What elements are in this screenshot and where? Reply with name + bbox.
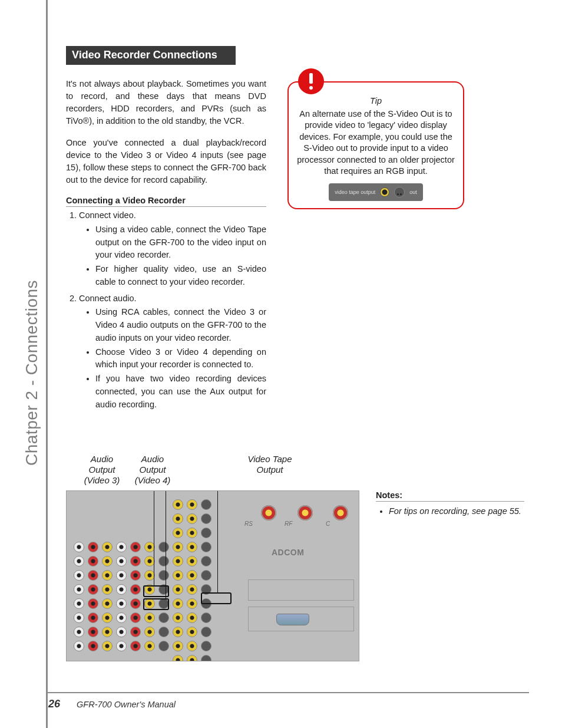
panel-outline (248, 579, 354, 601)
body-column: It's not always about playback. Sometime… (66, 78, 266, 414)
notes-column: Notes: For tips on recording, see page 5… (376, 490, 524, 517)
page-footer: 26 GFR-700 Owner's Manual (46, 692, 529, 710)
manual-page: Chatper 2 - Connections Video Recorder C… (0, 0, 562, 728)
callout-audio-out-v4: Audio Output (Video 4) (130, 454, 176, 486)
step-1: Connect video. Using a video cable, conn… (79, 209, 266, 289)
step-1-label: Connect video. (79, 210, 136, 220)
chapter-side-tab: Chatper 2 - Connections (22, 280, 41, 466)
step-1-bullet: Using a video cable, connect the Video T… (95, 223, 266, 262)
section-title: Video Recorder Connections (66, 46, 236, 65)
step-2: Connect audio. Using RCA cables, connect… (79, 292, 266, 411)
callout-video-tape-out: Video Tape Output (234, 454, 305, 486)
highlight-box (201, 592, 232, 604)
tip-column: Tip An alternate use of the S-Video Out … (287, 78, 464, 414)
tip-panel-label-left: video tape output (335, 189, 375, 196)
svideo-jack-icon (394, 187, 405, 197)
binding-post-icon (297, 505, 313, 521)
step-1-bullet: For higher quality video, use an S-video… (95, 263, 266, 289)
tip-panel-graphic: video tape output out (329, 183, 423, 201)
rca-jack-icon (380, 187, 389, 197)
highlight-box (143, 585, 169, 597)
panel-label-rf: RF (285, 521, 292, 527)
callout-audio-out-v3: Audio Output (Video 3) (79, 454, 125, 486)
binding-post-icon (333, 505, 348, 521)
tip-body: An alternate use of the S-Video Out is t… (297, 109, 455, 176)
step-2-bullet: If you have two video recording devices … (95, 373, 266, 411)
intro-paragraph-2: Once you've connected a dual playback/re… (66, 137, 266, 186)
subheading: Connecting a Video Recorder (66, 196, 266, 207)
leader-line-icon (166, 491, 166, 598)
step-2-bullet: Choose Video 3 or Video 4 depending on w… (95, 346, 266, 372)
tip-title: Tip (297, 95, 455, 107)
leader-line-icon (154, 491, 154, 585)
page-content: Video Recorder Connections It's not alwa… (66, 46, 525, 414)
exclamation-icon (298, 68, 324, 94)
step-2-bullet: Using RCA cables, connect the Video 3 or… (95, 306, 266, 344)
page-number: 26 (48, 698, 60, 710)
notes-heading: Notes: (376, 490, 524, 502)
manual-title: GFR-700 Owner's Manual (77, 700, 176, 709)
panel-label-rs: RS (244, 521, 253, 527)
leader-line-icon (217, 491, 218, 592)
brand-label: ADCOM (272, 548, 304, 557)
highlight-box (143, 598, 169, 610)
steps-list: Connect video. Using a video cable, conn… (66, 209, 266, 411)
tip-panel-label-right: out (409, 189, 417, 196)
panel-label-c: C (326, 521, 330, 527)
dsub-port-icon (276, 614, 309, 625)
rear-panel-diagram: RS RF C ADCOM (66, 490, 359, 661)
tip-callout: Tip An alternate use of the S-Video Out … (287, 81, 464, 209)
rear-panel-figure: Audio Output (Video 3) Audio Output (Vid… (66, 454, 525, 661)
left-margin-rule (46, 0, 48, 728)
notes-item: For tips on recording, see page 55. (389, 505, 524, 517)
step-2-label: Connect audio. (79, 294, 137, 303)
intro-paragraph-1: It's not always about playback. Sometime… (66, 78, 266, 127)
binding-post-icon (261, 505, 276, 521)
